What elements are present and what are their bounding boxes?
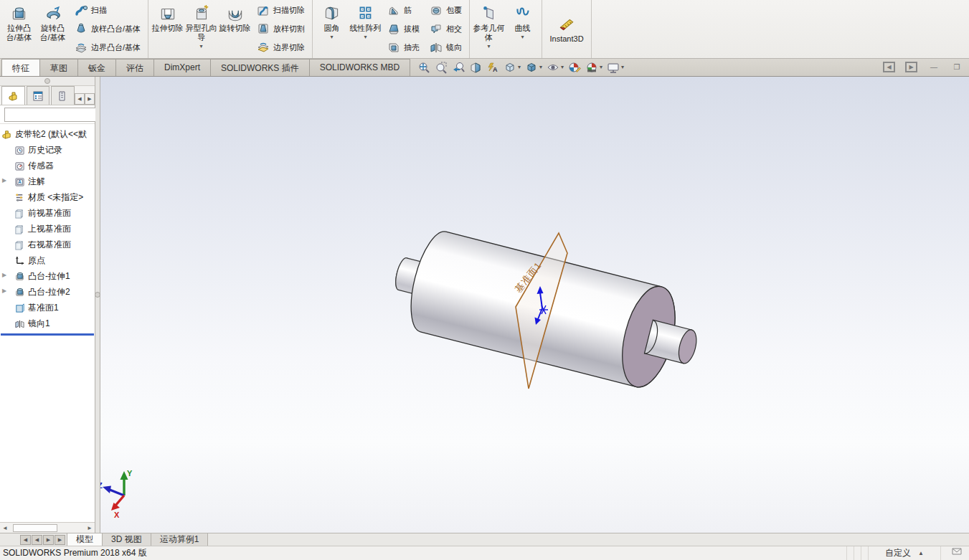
button-label: 放样凸台/基体 bbox=[91, 24, 141, 34]
shell-button[interactable]: 抽壳 bbox=[384, 39, 423, 56]
expand-arrow-icon[interactable]: ▶ bbox=[2, 288, 8, 294]
edit-appearance-button[interactable] bbox=[567, 60, 582, 75]
expand-arrow-icon[interactable]: ▶ bbox=[2, 272, 8, 278]
display-style-button[interactable]: ▾ bbox=[524, 60, 544, 75]
tree-item-material[interactable]: 材质 <未指定> bbox=[0, 189, 95, 205]
tree-item-boss-extrude1[interactable]: ▶ 凸台-拉伸1 bbox=[0, 268, 95, 284]
panel-tabs-scroll-right-button[interactable]: ▶ bbox=[85, 93, 95, 105]
tree-item-annotations[interactable]: ▶ A 注解 bbox=[0, 174, 95, 189]
configuration-manager-tab[interactable] bbox=[51, 86, 75, 105]
scrollbar-thumb[interactable] bbox=[13, 524, 57, 532]
loft-boss-button[interactable]: 放样凸台/基体 bbox=[71, 20, 144, 37]
sweep-cut-button[interactable]: 扫描切除 bbox=[253, 2, 308, 19]
graphics-viewport[interactable]: 基准面1 Y Z bbox=[100, 77, 969, 533]
zoom-to-area-button[interactable] bbox=[433, 60, 449, 75]
first-tab-button[interactable]: ◀ bbox=[20, 535, 31, 545]
status-tag-button[interactable] bbox=[947, 546, 966, 560]
tab-sheet-metal[interactable]: 钣金 bbox=[77, 59, 116, 76]
hide-show-items-button[interactable]: ▾ bbox=[545, 60, 565, 75]
doc-tab-3d-views[interactable]: 3D 视图 bbox=[103, 533, 151, 546]
zoom-to-fit-button[interactable] bbox=[416, 60, 432, 75]
tab-features[interactable]: 特征 bbox=[1, 59, 40, 76]
revolve-boss-button[interactable]: 旋转凸台/基体 bbox=[36, 1, 70, 57]
button-label: 边界凸台/基体 bbox=[91, 42, 141, 53]
rollback-bar[interactable] bbox=[1, 333, 94, 336]
last-tab-button[interactable]: ▶ bbox=[55, 535, 65, 545]
feature-tree: 皮带轮2 (默认<<默 历史记录 传感器 ▶ A 注解 材质 <未指定 bbox=[0, 124, 95, 522]
next-tab-button[interactable]: ▶ bbox=[43, 535, 54, 545]
scroll-right-icon[interactable]: ► bbox=[85, 525, 95, 531]
scroll-left-icon[interactable]: ◄ bbox=[0, 525, 10, 531]
instant3d-button[interactable]: Instant3D bbox=[544, 1, 589, 57]
doc-tab-model[interactable]: 模型 bbox=[67, 533, 103, 546]
button-label: 异型孔向导 bbox=[184, 24, 218, 42]
revolve-cut-button[interactable]: 旋转切除 bbox=[218, 1, 252, 57]
minimize-button[interactable]: — bbox=[927, 61, 940, 72]
tree-item-label: 注解 bbox=[28, 176, 45, 188]
sweep-cut-icon bbox=[257, 4, 270, 17]
intersect-button[interactable]: 相交 bbox=[426, 20, 465, 37]
customize-label: 自定义 bbox=[885, 547, 911, 559]
boundary-cut-button[interactable]: 边界切除 bbox=[253, 39, 308, 56]
tab-solidworks-mbd[interactable]: SOLIDWORKS MBD bbox=[309, 59, 410, 76]
feature-stack-1: 筋 拔模 抽壳 bbox=[382, 1, 425, 57]
prev-tab-button[interactable]: ◀ bbox=[32, 535, 42, 545]
view-settings-button[interactable]: ▾ bbox=[605, 60, 625, 75]
tree-item-label: 前视基准面 bbox=[28, 207, 71, 219]
status-separators: 自定义 ▲ bbox=[846, 546, 966, 560]
extrude-boss-icon bbox=[10, 4, 29, 23]
tree-item-right-plane[interactable]: 右视基准面 bbox=[0, 237, 95, 252]
tree-item-history[interactable]: 历史记录 bbox=[0, 142, 95, 158]
panel-top-splitter[interactable] bbox=[0, 77, 95, 86]
tree-item-part-root[interactable]: 皮带轮2 (默认<<默 bbox=[0, 126, 95, 142]
tree-item-front-plane[interactable]: 前视基准面 bbox=[0, 205, 95, 221]
tree-item-sensors[interactable]: 传感器 bbox=[0, 158, 95, 174]
previous-view-button[interactable] bbox=[450, 60, 466, 75]
panel-horizontal-scrollbar[interactable]: ◄ ► bbox=[0, 522, 95, 533]
tab-evaluate[interactable]: 评估 bbox=[115, 59, 154, 76]
panel-splitter[interactable] bbox=[95, 77, 100, 533]
plane-icon bbox=[14, 208, 25, 219]
section-view-button[interactable] bbox=[468, 60, 483, 75]
tab-dimxpert[interactable]: DimXpert bbox=[153, 59, 211, 76]
fillet-icon bbox=[323, 4, 341, 23]
pane-right-button[interactable]: ▶ bbox=[905, 62, 917, 72]
loft-cut-button[interactable]: 放样切割 bbox=[253, 20, 308, 37]
tree-item-top-plane[interactable]: 上视基准面 bbox=[0, 221, 95, 237]
linear-pattern-button[interactable]: 线性阵列 ▾ bbox=[349, 1, 382, 57]
tab-sketch[interactable]: 草图 bbox=[39, 59, 78, 76]
reference-geometry-button[interactable]: 参考几何体 ▾ bbox=[472, 1, 506, 57]
pane-left-button[interactable]: ◀ bbox=[883, 62, 895, 72]
tree-item-origin[interactable]: 原点 bbox=[0, 252, 95, 268]
apply-scene-button[interactable]: ▾ bbox=[584, 60, 604, 75]
tree-item-label: 上视基准面 bbox=[28, 223, 71, 235]
property-manager-tab[interactable] bbox=[27, 86, 50, 105]
curves-button[interactable]: 曲线 ▾ bbox=[506, 1, 539, 57]
dropdown-arrow-icon: ▾ bbox=[539, 65, 542, 70]
tab-solidworks-addins[interactable]: SOLIDWORKS 插件 bbox=[210, 59, 310, 76]
doc-tab-motion-study[interactable]: 运动算例1 bbox=[151, 533, 209, 546]
sweep-button[interactable]: 扫描 bbox=[71, 2, 144, 19]
view-orientation-button[interactable]: ▾ bbox=[502, 60, 522, 75]
mirror-button[interactable]: 镜向 bbox=[426, 39, 465, 56]
tree-item-boss-extrude2[interactable]: ▶ 凸台-拉伸2 bbox=[0, 284, 95, 300]
restore-button[interactable]: ❐ bbox=[950, 61, 963, 72]
customize-status-button[interactable]: 自定义 ▲ bbox=[875, 546, 934, 560]
fillet-button[interactable]: 圆角 ▾ bbox=[315, 1, 349, 57]
tree-item-label: 传感器 bbox=[28, 160, 54, 172]
annotation-view-button[interactable]: A bbox=[485, 60, 501, 75]
extrude-boss-button[interactable]: 拉伸凸台/基体 bbox=[2, 1, 36, 57]
hole-wizard-button[interactable]: 异型孔向导 ▾ bbox=[184, 1, 218, 57]
boundary-boss-button[interactable]: 边界凸台/基体 bbox=[71, 39, 144, 56]
extrude-cut-button[interactable]: 拉伸切除 bbox=[151, 1, 184, 57]
doc-tab-nav: ◀ ◀ ▶ ▶ bbox=[0, 533, 67, 546]
wrap-button[interactable]: 包覆 bbox=[426, 2, 465, 19]
tree-item-plane1[interactable]: 基准面1 bbox=[0, 300, 95, 315]
draft-button[interactable]: 拔模 bbox=[384, 20, 423, 37]
expand-arrow-icon[interactable]: ▶ bbox=[2, 178, 8, 184]
revolve-boss-icon bbox=[44, 4, 62, 23]
tree-item-mirror1[interactable]: 镜向1 bbox=[0, 315, 95, 331]
rib-button[interactable]: 筋 bbox=[384, 2, 423, 19]
panel-tabs-scroll-left-button[interactable]: ◀ bbox=[75, 93, 85, 105]
feature-manager-tab[interactable] bbox=[1, 86, 25, 105]
